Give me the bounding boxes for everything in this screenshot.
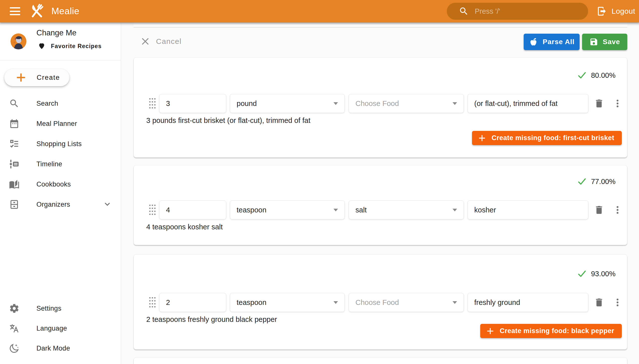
unit-select[interactable]: pound <box>230 94 345 113</box>
confidence-value: 93.00% <box>591 270 615 278</box>
sidebar-item-label: Search <box>37 100 58 108</box>
gear-icon <box>9 303 20 314</box>
sidebar-item-dark-mode[interactable]: Dark Mode <box>0 338 121 358</box>
sidebar-item-label: Meal Planner <box>37 120 77 128</box>
chevron-down-icon <box>453 301 457 304</box>
original-text: 3 pounds first-cut brisket (or flat-cut)… <box>146 116 311 125</box>
sidebar-item-label: Settings <box>37 305 61 312</box>
confidence-badge: 77.00% <box>577 177 615 186</box>
logout-button[interactable]: Logout <box>593 3 638 20</box>
delete-button[interactable] <box>593 296 605 309</box>
check-icon <box>577 269 587 278</box>
menu-button[interactable] <box>8 4 22 18</box>
confidence-badge: 80.00% <box>577 70 615 80</box>
search-icon <box>459 6 469 16</box>
kebab-icon <box>612 205 622 215</box>
app-title: Mealie <box>51 0 79 22</box>
sidebar-divider <box>0 60 121 60</box>
drag-handle-icon[interactable] <box>149 204 156 216</box>
main-content: Cancel Parse All Save 80.00% <box>121 22 639 364</box>
sidebar-item-label: Cookbooks <box>37 180 71 188</box>
create-missing-food-button[interactable]: Create missing food: first-cut brisket <box>472 131 622 145</box>
calendar-icon <box>9 118 20 129</box>
note-input[interactable] <box>468 293 588 312</box>
sidebar-item-search[interactable]: Search <box>0 94 121 114</box>
sidebar-item-timeline[interactable]: Timeline <box>0 154 121 174</box>
create-missing-food-button[interactable]: Create missing food: black pepper <box>480 324 622 338</box>
sidebar-item-language[interactable]: Language <box>0 318 121 338</box>
chevron-down-icon <box>333 301 338 304</box>
scrolled-card-edge <box>134 22 627 28</box>
kebab-icon <box>612 98 622 108</box>
kebab-icon <box>612 298 622 308</box>
parse-all-label: Parse All <box>543 38 575 46</box>
user-card: Change Me Favorite Recipes <box>0 22 121 60</box>
note-input[interactable] <box>468 200 588 220</box>
more-options-button[interactable] <box>611 204 624 216</box>
plus-icon <box>16 72 26 83</box>
food-select[interactable]: Choose Food <box>349 293 464 312</box>
sidebar-item-cookbooks[interactable]: Cookbooks <box>0 174 121 194</box>
plus-icon <box>486 327 494 335</box>
cabinet-icon <box>9 199 20 210</box>
search-input[interactable] <box>475 7 570 16</box>
confidence-value: 77.00% <box>591 178 615 186</box>
logout-label: Logout <box>611 7 635 16</box>
check-icon <box>577 177 587 186</box>
note-input[interactable] <box>468 94 588 113</box>
cancel-button[interactable]: Cancel <box>137 34 185 49</box>
sidebar-item-shopping-lists[interactable]: Shopping Lists <box>0 134 121 154</box>
ingredient-card: 80.00% pound Choose Food <box>134 57 627 158</box>
sidebar-item-label: Shopping Lists <box>37 140 82 148</box>
save-button[interactable]: Save <box>582 34 627 50</box>
sidebar-item-label: Language <box>37 324 67 332</box>
food-select[interactable]: salt <box>349 200 464 220</box>
confidence-badge: 93.00% <box>577 269 615 278</box>
sidebar-item-label: Dark Mode <box>37 344 70 352</box>
sidebar-item-settings[interactable]: Settings <box>0 298 121 318</box>
sidebar: Change Me Favorite Recipes Create Search <box>0 22 121 364</box>
chevron-down-icon <box>333 102 338 105</box>
ingredient-card: 77.00% teaspoon salt <box>134 165 627 245</box>
create-label: Create <box>37 74 60 82</box>
sidebar-item-label: Timeline <box>37 160 62 168</box>
plus-icon <box>478 134 486 142</box>
trash-icon <box>594 205 604 215</box>
parse-all-button[interactable]: Parse All <box>524 34 580 50</box>
fork-knife-logo-icon <box>29 3 45 19</box>
create-button[interactable]: Create <box>4 69 69 86</box>
more-options-button[interactable] <box>611 97 624 110</box>
translate-icon <box>9 323 20 334</box>
quantity-input[interactable] <box>159 293 226 312</box>
confidence-value: 80.00% <box>591 71 615 80</box>
original-text: 2 teaspoons freshly ground black pepper <box>146 316 277 324</box>
drag-handle-icon[interactable] <box>149 297 156 308</box>
moon-icon <box>9 343 20 354</box>
global-search[interactable] <box>447 3 588 20</box>
check-icon <box>577 70 587 80</box>
avatar <box>11 34 27 49</box>
food-select[interactable]: Choose Food <box>349 94 464 113</box>
drag-handle-icon[interactable] <box>149 98 156 109</box>
app-bar: Mealie Logout <box>0 0 639 22</box>
magnify-icon <box>9 98 20 109</box>
delete-button[interactable] <box>593 97 605 110</box>
trash-icon <box>594 98 604 109</box>
original-text: 4 teaspoons kosher salt <box>146 223 223 231</box>
book-open-icon <box>9 179 20 190</box>
quantity-input[interactable] <box>159 94 226 113</box>
more-options-button[interactable] <box>611 296 624 309</box>
quantity-input[interactable] <box>159 200 226 220</box>
unit-select[interactable]: teaspoon <box>230 293 345 312</box>
unit-select[interactable]: teaspoon <box>230 200 345 220</box>
sidebar-item-label: Organizers <box>37 201 70 208</box>
chevron-down-icon <box>453 102 457 105</box>
favorites-link[interactable]: Favorite Recipes <box>38 42 102 50</box>
sidebar-item-meal-planner[interactable]: Meal Planner <box>0 114 121 134</box>
sidebar-item-organizers[interactable]: Organizers <box>0 194 121 214</box>
delete-button[interactable] <box>593 204 605 216</box>
ingredient-card: 93.00% teaspoon Choose Food <box>134 254 627 350</box>
chevron-down-icon <box>103 200 112 210</box>
hamburger-icon <box>10 7 20 15</box>
mealie-app: Mealie Logout <box>0 0 639 364</box>
